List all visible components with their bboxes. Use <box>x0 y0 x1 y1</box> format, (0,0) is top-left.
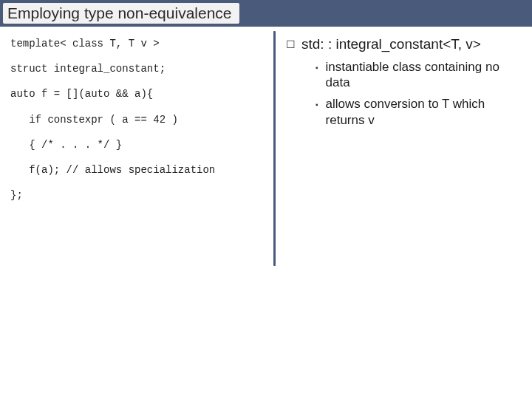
point-text: allows conversion to T which returns v <box>326 96 523 128</box>
code-line: { /* . . . */ } <box>10 138 266 151</box>
code-line: if constexpr ( a == 42 ) <box>10 113 266 126</box>
point-text: instantiable class containing no data <box>326 59 523 91</box>
list-item: ▪ instantiable class containing no data <box>316 59 523 91</box>
content-area: template< class T, T v > struct integral… <box>0 27 532 399</box>
list-item: ▪ allows conversion to T which returns v <box>316 96 523 128</box>
notes-panel: ☐ std: : integral_constant<T, v> ▪ insta… <box>276 27 532 399</box>
bullet-icon: ▪ <box>316 64 318 73</box>
code-line: }; <box>10 188 266 202</box>
code-line: struct integral_constant; <box>10 62 266 75</box>
title-bar: Employing type non-equivalence <box>0 0 532 27</box>
heading-text: std: : integral_constant<T, v> <box>301 35 481 53</box>
bullet-icon: ▪ <box>316 100 318 110</box>
list-item: ☐ std: : integral_constant<T, v> <box>286 35 523 53</box>
checkbox-icon: ☐ <box>286 38 296 52</box>
code-line: f(a); // allows specialization <box>10 163 266 177</box>
code-line: auto f = [](auto && a){ <box>10 87 266 100</box>
code-line: template< class T, T v > <box>10 37 266 50</box>
code-panel: template< class T, T v > struct integral… <box>0 27 273 399</box>
slide-title: Employing type non-equivalence <box>3 3 239 24</box>
